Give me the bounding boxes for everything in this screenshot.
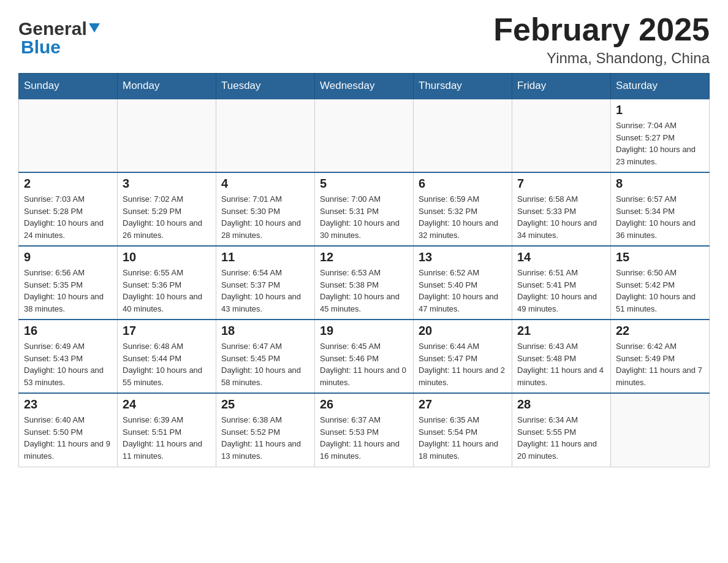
calendar-cell: 1Sunrise: 7:04 AMSunset: 5:27 PMDaylight… bbox=[611, 99, 710, 172]
calendar-cell: 17Sunrise: 6:48 AMSunset: 5:44 PMDayligh… bbox=[118, 320, 216, 393]
day-number: 1 bbox=[616, 103, 704, 117]
day-info: Sunrise: 7:04 AMSunset: 5:27 PMDaylight:… bbox=[616, 120, 704, 167]
weekday-header-sunday: Sunday bbox=[19, 74, 118, 99]
location-title: Yinma, Shandong, China bbox=[493, 50, 710, 67]
day-number: 25 bbox=[221, 397, 309, 412]
calendar-cell bbox=[512, 99, 611, 172]
day-info: Sunrise: 6:55 AMSunset: 5:36 PMDaylight:… bbox=[123, 267, 211, 315]
calendar-cell: 10Sunrise: 6:55 AMSunset: 5:36 PMDayligh… bbox=[118, 246, 216, 320]
day-info: Sunrise: 7:00 AMSunset: 5:31 PMDaylight:… bbox=[320, 193, 408, 241]
calendar-cell: 8Sunrise: 6:57 AMSunset: 5:34 PMDaylight… bbox=[611, 172, 710, 246]
calendar-cell bbox=[118, 99, 216, 172]
weekday-header-friday: Friday bbox=[512, 74, 611, 99]
weekday-header-tuesday: Tuesday bbox=[216, 74, 315, 99]
day-info: Sunrise: 6:53 AMSunset: 5:38 PMDaylight:… bbox=[320, 267, 408, 315]
day-info: Sunrise: 6:37 AMSunset: 5:53 PMDaylight:… bbox=[320, 414, 408, 462]
day-number: 21 bbox=[517, 324, 605, 338]
calendar-cell: 19Sunrise: 6:45 AMSunset: 5:46 PMDayligh… bbox=[315, 320, 414, 393]
week-row-1: 1Sunrise: 7:04 AMSunset: 5:27 PMDaylight… bbox=[19, 99, 710, 172]
day-info: Sunrise: 6:35 AMSunset: 5:54 PMDaylight:… bbox=[419, 414, 507, 462]
calendar-cell bbox=[19, 99, 118, 172]
calendar-cell: 4Sunrise: 7:01 AMSunset: 5:30 PMDaylight… bbox=[216, 172, 315, 246]
day-number: 7 bbox=[517, 177, 605, 191]
day-number: 8 bbox=[616, 177, 704, 191]
day-number: 10 bbox=[123, 250, 211, 264]
day-info: Sunrise: 6:34 AMSunset: 5:55 PMDaylight:… bbox=[517, 414, 605, 462]
day-info: Sunrise: 6:59 AMSunset: 5:32 PMDaylight:… bbox=[419, 193, 507, 241]
page-header: General Blue February 2025 Yinma, Shando… bbox=[18, 12, 710, 67]
calendar-cell: 14Sunrise: 6:51 AMSunset: 5:41 PMDayligh… bbox=[512, 246, 611, 320]
day-number: 22 bbox=[616, 324, 704, 338]
calendar-cell: 2Sunrise: 7:03 AMSunset: 5:28 PMDaylight… bbox=[19, 172, 118, 246]
week-row-5: 23Sunrise: 6:40 AMSunset: 5:50 PMDayligh… bbox=[19, 393, 710, 467]
day-number: 28 bbox=[517, 397, 605, 412]
calendar-cell: 6Sunrise: 6:59 AMSunset: 5:32 PMDaylight… bbox=[414, 172, 512, 246]
day-info: Sunrise: 6:51 AMSunset: 5:41 PMDaylight:… bbox=[517, 267, 605, 315]
month-title: February 2025 bbox=[493, 12, 710, 47]
day-number: 14 bbox=[517, 250, 605, 264]
calendar-cell: 22Sunrise: 6:42 AMSunset: 5:49 PMDayligh… bbox=[611, 320, 710, 393]
day-info: Sunrise: 7:03 AMSunset: 5:28 PMDaylight:… bbox=[24, 193, 112, 241]
day-number: 23 bbox=[24, 397, 112, 412]
day-info: Sunrise: 6:39 AMSunset: 5:51 PMDaylight:… bbox=[123, 414, 211, 462]
week-row-2: 2Sunrise: 7:03 AMSunset: 5:28 PMDaylight… bbox=[19, 172, 710, 246]
day-number: 4 bbox=[221, 177, 309, 191]
calendar-cell bbox=[611, 393, 710, 467]
day-info: Sunrise: 6:38 AMSunset: 5:52 PMDaylight:… bbox=[221, 414, 309, 462]
day-number: 11 bbox=[221, 250, 309, 264]
weekday-header-wednesday: Wednesday bbox=[315, 74, 414, 99]
day-number: 27 bbox=[419, 397, 507, 412]
calendar-cell bbox=[216, 99, 315, 172]
day-number: 12 bbox=[320, 250, 408, 264]
day-number: 26 bbox=[320, 397, 408, 412]
calendar-cell: 15Sunrise: 6:50 AMSunset: 5:42 PMDayligh… bbox=[611, 246, 710, 320]
day-number: 3 bbox=[123, 177, 211, 191]
logo: General Blue bbox=[18, 12, 100, 58]
day-info: Sunrise: 6:49 AMSunset: 5:43 PMDaylight:… bbox=[24, 340, 112, 388]
title-section: February 2025 Yinma, Shandong, China bbox=[493, 12, 710, 67]
day-number: 24 bbox=[123, 397, 211, 412]
day-info: Sunrise: 6:43 AMSunset: 5:48 PMDaylight:… bbox=[517, 340, 605, 388]
day-number: 9 bbox=[24, 250, 112, 264]
calendar-table: SundayMondayTuesdayWednesdayThursdayFrid… bbox=[18, 73, 710, 467]
calendar-cell: 7Sunrise: 6:58 AMSunset: 5:33 PMDaylight… bbox=[512, 172, 611, 246]
calendar-cell: 5Sunrise: 7:00 AMSunset: 5:31 PMDaylight… bbox=[315, 172, 414, 246]
week-row-3: 9Sunrise: 6:56 AMSunset: 5:35 PMDaylight… bbox=[19, 246, 710, 320]
day-number: 20 bbox=[419, 324, 507, 338]
day-number: 18 bbox=[221, 324, 309, 338]
calendar-cell: 16Sunrise: 6:49 AMSunset: 5:43 PMDayligh… bbox=[19, 320, 118, 393]
weekday-header-thursday: Thursday bbox=[414, 74, 512, 99]
day-info: Sunrise: 6:57 AMSunset: 5:34 PMDaylight:… bbox=[616, 193, 704, 241]
calendar-cell: 28Sunrise: 6:34 AMSunset: 5:55 PMDayligh… bbox=[512, 393, 611, 467]
calendar-cell: 25Sunrise: 6:38 AMSunset: 5:52 PMDayligh… bbox=[216, 393, 315, 467]
weekday-header-row: SundayMondayTuesdayWednesdayThursdayFrid… bbox=[19, 74, 710, 99]
calendar-cell: 3Sunrise: 7:02 AMSunset: 5:29 PMDaylight… bbox=[118, 172, 216, 246]
calendar-cell bbox=[414, 99, 512, 172]
day-number: 2 bbox=[24, 177, 112, 191]
day-info: Sunrise: 6:50 AMSunset: 5:42 PMDaylight:… bbox=[616, 267, 704, 315]
day-info: Sunrise: 6:52 AMSunset: 5:40 PMDaylight:… bbox=[419, 267, 507, 315]
day-info: Sunrise: 6:56 AMSunset: 5:35 PMDaylight:… bbox=[24, 267, 112, 315]
day-number: 16 bbox=[24, 324, 112, 338]
logo-general-text: General bbox=[18, 18, 87, 39]
weekday-header-saturday: Saturday bbox=[611, 74, 710, 99]
day-number: 15 bbox=[616, 250, 704, 264]
day-number: 6 bbox=[419, 177, 507, 191]
calendar-cell: 11Sunrise: 6:54 AMSunset: 5:37 PMDayligh… bbox=[216, 246, 315, 320]
week-row-4: 16Sunrise: 6:49 AMSunset: 5:43 PMDayligh… bbox=[19, 320, 710, 393]
day-info: Sunrise: 7:01 AMSunset: 5:30 PMDaylight:… bbox=[221, 193, 309, 241]
calendar-cell: 9Sunrise: 6:56 AMSunset: 5:35 PMDaylight… bbox=[19, 246, 118, 320]
logo-triangle-icon bbox=[89, 23, 100, 33]
day-number: 5 bbox=[320, 177, 408, 191]
calendar-cell: 12Sunrise: 6:53 AMSunset: 5:38 PMDayligh… bbox=[315, 246, 414, 320]
day-info: Sunrise: 6:58 AMSunset: 5:33 PMDaylight:… bbox=[517, 193, 605, 241]
calendar-cell: 20Sunrise: 6:44 AMSunset: 5:47 PMDayligh… bbox=[414, 320, 512, 393]
day-number: 13 bbox=[419, 250, 507, 264]
day-info: Sunrise: 6:44 AMSunset: 5:47 PMDaylight:… bbox=[419, 340, 507, 388]
day-info: Sunrise: 6:40 AMSunset: 5:50 PMDaylight:… bbox=[24, 414, 112, 462]
calendar-cell: 24Sunrise: 6:39 AMSunset: 5:51 PMDayligh… bbox=[118, 393, 216, 467]
day-info: Sunrise: 6:42 AMSunset: 5:49 PMDaylight:… bbox=[616, 340, 704, 388]
calendar-cell: 27Sunrise: 6:35 AMSunset: 5:54 PMDayligh… bbox=[414, 393, 512, 467]
day-info: Sunrise: 6:48 AMSunset: 5:44 PMDaylight:… bbox=[123, 340, 211, 388]
day-info: Sunrise: 6:45 AMSunset: 5:46 PMDaylight:… bbox=[320, 340, 408, 388]
